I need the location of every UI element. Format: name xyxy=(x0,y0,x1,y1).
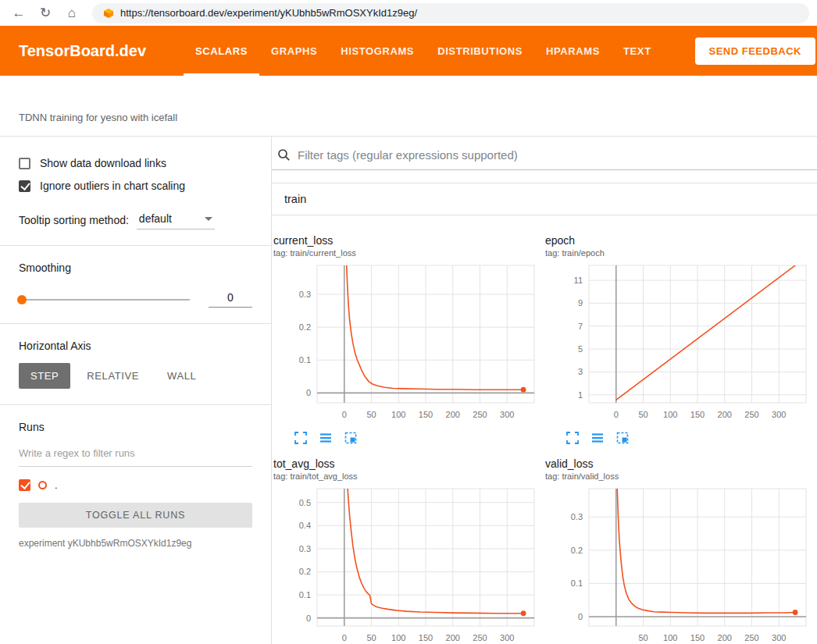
chart-tag: tag: train/epoch xyxy=(545,248,817,258)
smoothing-value[interactable]: 0 xyxy=(209,291,252,308)
settings-sidebar: Show data download links Ignore outliers… xyxy=(0,137,272,644)
chart-title: valid_loss xyxy=(545,457,817,470)
run-color-swatch xyxy=(38,481,47,489)
scalar-chart-tot-avg-loss[interactable]: 00.10.20.30.40.5050100150200250300 xyxy=(273,484,545,644)
tab-text[interactable]: TEXT xyxy=(612,26,663,76)
main-nav: SCALARS GRAPHS HISTOGRAMS DISTRIBUTIONS … xyxy=(184,26,663,76)
svg-text:5: 5 xyxy=(578,344,583,354)
site-favicon-icon xyxy=(103,8,114,19)
chart-title: epoch xyxy=(545,234,817,247)
svg-text:0.5: 0.5 xyxy=(299,498,311,507)
send-feedback-button[interactable]: SEND FEEDBACK xyxy=(695,37,815,65)
tab-hparams[interactable]: HPARAMS xyxy=(534,26,612,76)
data-table-icon[interactable] xyxy=(590,431,605,445)
svg-text:250: 250 xyxy=(473,410,487,419)
svg-text:0.3: 0.3 xyxy=(299,290,311,299)
runs-filter-input[interactable] xyxy=(19,441,252,467)
show-download-links-checkbox[interactable] xyxy=(19,158,30,169)
svg-text:0.3: 0.3 xyxy=(299,544,311,553)
toggle-all-runs-button[interactable]: TOGGLE ALL RUNS xyxy=(19,503,252,528)
divider xyxy=(0,404,271,405)
svg-text:150: 150 xyxy=(419,410,433,419)
svg-text:100: 100 xyxy=(663,633,677,642)
step-button[interactable]: STEP xyxy=(19,363,70,389)
svg-text:50: 50 xyxy=(366,410,376,419)
divider xyxy=(0,323,271,324)
charts-grid: current_loss tag: train/current_loss 00.… xyxy=(272,215,817,644)
ignore-outliers-row[interactable]: Ignore outliers in chart scaling xyxy=(19,180,252,192)
chevron-down-icon xyxy=(205,217,212,221)
svg-text:50: 50 xyxy=(638,633,648,642)
data-table-icon[interactable] xyxy=(319,431,333,445)
tab-graphs[interactable]: GRAPHS xyxy=(259,26,329,76)
runs-label: Runs xyxy=(19,421,252,433)
section-title: train xyxy=(284,193,306,205)
svg-text:0.1: 0.1 xyxy=(299,355,311,365)
run-list-item[interactable]: . xyxy=(19,479,252,491)
smoothing-row: 0 xyxy=(19,291,252,308)
run-name: . xyxy=(55,479,58,491)
chart-tag: tag: train/valid_loss xyxy=(545,471,817,481)
svg-text:0.3: 0.3 xyxy=(571,512,583,521)
svg-text:3: 3 xyxy=(578,367,583,376)
fullscreen-icon[interactable] xyxy=(294,431,308,445)
svg-text:300: 300 xyxy=(500,633,514,642)
svg-text:0.1: 0.1 xyxy=(299,590,311,600)
svg-text:150: 150 xyxy=(419,633,433,642)
browser-toolbar: ← ↻ ⌂ https://tensorboard.dev/experiment… xyxy=(0,0,817,26)
svg-text:150: 150 xyxy=(690,410,705,419)
chart-card-epoch: epoch tag: train/epoch 13579110501001502… xyxy=(545,234,817,445)
svg-text:0: 0 xyxy=(342,410,347,419)
address-bar[interactable]: https://tensorboard.dev/experiment/yKUbh… xyxy=(92,3,809,23)
reload-icon[interactable]: ↻ xyxy=(34,2,56,24)
show-download-links-label: Show data download links xyxy=(40,157,166,169)
ignore-outliers-checkbox[interactable] xyxy=(19,180,30,192)
slider-thumb[interactable] xyxy=(17,295,27,304)
svg-text:100: 100 xyxy=(391,410,405,419)
svg-text:0.2: 0.2 xyxy=(299,567,311,576)
svg-text:100: 100 xyxy=(663,410,677,419)
chart-card-current-loss: current_loss tag: train/current_loss 00.… xyxy=(273,234,545,445)
svg-text:0.1: 0.1 xyxy=(571,578,583,588)
horizontal-axis-label: Horizontal Axis xyxy=(19,340,252,352)
svg-text:100: 100 xyxy=(391,633,405,642)
svg-text:200: 200 xyxy=(718,633,732,642)
svg-text:11: 11 xyxy=(574,276,583,285)
home-icon[interactable]: ⌂ xyxy=(61,2,83,24)
svg-text:300: 300 xyxy=(772,633,786,642)
back-icon[interactable]: ← xyxy=(8,2,30,24)
scalar-chart-current-loss[interactable]: 00.10.20.3050100150200250300 xyxy=(273,261,545,429)
pin-icon[interactable] xyxy=(344,431,358,445)
content-area: Show data download links Ignore outliers… xyxy=(0,137,817,644)
divider xyxy=(0,245,271,246)
svg-text:250: 250 xyxy=(744,633,758,642)
show-download-links-row[interactable]: Show data download links xyxy=(19,157,252,169)
chart-title: tot_avg_loss xyxy=(273,457,545,470)
tab-distributions[interactable]: DISTRIBUTIONS xyxy=(426,26,534,76)
smoothing-slider[interactable] xyxy=(19,299,190,301)
brand-title[interactable]: TensorBoard.dev xyxy=(19,42,146,60)
fullscreen-icon[interactable] xyxy=(565,431,580,445)
train-section-header[interactable]: train xyxy=(272,183,817,215)
svg-text:300: 300 xyxy=(772,410,786,419)
svg-text:0: 0 xyxy=(306,388,311,397)
tag-filter-input[interactable] xyxy=(298,148,817,162)
run-checkbox[interactable] xyxy=(19,479,30,491)
url-text: https://tensorboard.dev/experiment/yKUbh… xyxy=(120,7,417,19)
main-panel: train current_loss tag: train/current_lo… xyxy=(272,137,817,644)
smoothing-label: Smoothing xyxy=(19,262,252,274)
tab-scalars[interactable]: SCALARS xyxy=(184,26,259,76)
wall-button[interactable]: WALL xyxy=(155,363,208,389)
svg-text:0: 0 xyxy=(578,612,583,621)
scalar-chart-epoch[interactable]: 1357911050100150200250300 xyxy=(545,261,817,429)
svg-text:300: 300 xyxy=(500,410,514,419)
scalar-chart-valid-loss[interactable]: 00.10.20.350100150200250300 xyxy=(545,484,817,644)
chart-card-tot-avg-loss: tot_avg_loss tag: train/tot_avg_loss 00.… xyxy=(273,457,545,644)
relative-button[interactable]: RELATIVE xyxy=(75,363,151,389)
search-icon xyxy=(277,148,291,162)
svg-text:7: 7 xyxy=(578,322,583,331)
tooltip-sorting-dropdown[interactable]: default xyxy=(137,211,215,229)
tab-histograms[interactable]: HISTOGRAMS xyxy=(329,26,426,76)
svg-text:200: 200 xyxy=(718,410,732,419)
pin-icon[interactable] xyxy=(615,431,630,445)
